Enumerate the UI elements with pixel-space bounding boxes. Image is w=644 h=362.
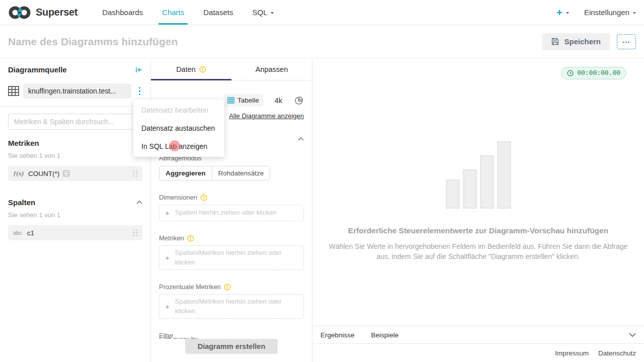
chevron-down-icon bbox=[633, 12, 636, 14]
collapse-query-button[interactable] bbox=[298, 137, 304, 141]
collapse-left-icon bbox=[135, 67, 142, 73]
menu-item-edit-dataset: Datensatz bearbeiten bbox=[133, 101, 224, 119]
page-footer: Impressum Datenschutz bbox=[555, 344, 636, 362]
viz-type-table-label: Tabelle bbox=[237, 97, 259, 104]
nav-charts[interactable]: Charts bbox=[152, 0, 194, 25]
dimensions-label-text: Dimensionen bbox=[159, 194, 197, 201]
calculated-metric-icon bbox=[63, 170, 69, 176]
warning-icon bbox=[199, 66, 206, 73]
settings-menu[interactable]: Einstellungen bbox=[584, 8, 636, 17]
collapse-panel-button[interactable] bbox=[135, 67, 142, 73]
empty-state-title: Erforderliche Steuerelementwerte zur Dia… bbox=[312, 226, 644, 235]
warning-icon bbox=[187, 235, 194, 242]
function-icon: ƒ(x) bbox=[13, 169, 24, 177]
dimensions-dropzone[interactable]: + Spalten hierhin ziehen oder klicken bbox=[159, 205, 304, 221]
create-chart-button[interactable]: Diagramm erstellen bbox=[185, 339, 278, 354]
footer-link-datenschutz[interactable]: Datenschutz bbox=[598, 349, 636, 357]
text-type-icon: abc bbox=[13, 230, 22, 236]
superset-logo-icon bbox=[8, 5, 31, 20]
control-tabs: Daten Anpassen bbox=[151, 58, 312, 80]
tab-samples[interactable]: Beispiele bbox=[371, 331, 399, 339]
save-label: Speichern bbox=[564, 37, 601, 46]
nav-sql[interactable]: SQL bbox=[243, 0, 283, 25]
metrics-section-title: Metriken bbox=[8, 139, 39, 147]
metric-chip[interactable]: ƒ(x) COUNT(*) bbox=[8, 166, 142, 181]
settings-label: Einstellungen bbox=[584, 8, 629, 17]
drag-handle[interactable] bbox=[133, 230, 137, 236]
clock-icon bbox=[567, 70, 574, 76]
footer-link-impressum[interactable]: Impressum bbox=[555, 349, 589, 357]
nav-datasets[interactable]: Datasets bbox=[194, 0, 243, 25]
save-button[interactable]: Speichern bbox=[542, 33, 610, 50]
chevron-down-icon bbox=[629, 333, 636, 337]
dataset-grid-icon bbox=[8, 86, 19, 96]
plus-icon: + bbox=[165, 208, 170, 218]
column-chip[interactable]: abc c1 bbox=[8, 225, 142, 240]
metric-label: COUNT(*) bbox=[28, 170, 59, 177]
collapse-results-button[interactable] bbox=[629, 333, 636, 337]
columns-section-title: Spalten bbox=[8, 198, 35, 207]
nav-sql-label: SQL bbox=[252, 8, 267, 17]
query-timer-badge: 00:00:00.00 bbox=[561, 67, 626, 79]
top-navbar: Superset Dashboards Charts Datasets SQL … bbox=[0, 0, 644, 25]
datasource-panel-title: Diagrammquelle bbox=[8, 65, 67, 74]
metrics-label-text: Metriken bbox=[159, 234, 184, 242]
menu-item-swap-dataset[interactable]: Datensatz austauschen bbox=[133, 119, 224, 137]
tab-customize[interactable]: Anpassen bbox=[231, 58, 312, 80]
plus-icon: + bbox=[165, 252, 170, 263]
results-bar: Ergebnisse Beispiele bbox=[312, 326, 644, 344]
header-actions: Speichern ... bbox=[542, 33, 636, 50]
save-icon bbox=[551, 38, 559, 45]
percent-metrics-dropzone-text: Spalten/Metriken hierhin ziehen oder kli… bbox=[175, 297, 298, 316]
explore-main: Diagrammquelle knuffingen.trainstation.t… bbox=[0, 58, 644, 362]
percent-metrics-dropzone[interactable]: + Spalten/Metriken hierhin ziehen oder k… bbox=[159, 294, 304, 319]
drag-handle[interactable] bbox=[133, 170, 137, 177]
warning-icon bbox=[200, 194, 207, 201]
tab-customize-label: Anpassen bbox=[256, 65, 288, 73]
pie-chart-icon bbox=[294, 96, 304, 106]
chart-preview-panel: 00:00:00.00 Erforderliche Steuerelementw… bbox=[312, 58, 644, 362]
dimensions-label: Dimensionen bbox=[159, 194, 304, 201]
mode-raw-button[interactable]: Rohdatensätze bbox=[212, 166, 270, 180]
dataset-options-button[interactable] bbox=[135, 84, 143, 98]
column-label: c1 bbox=[27, 229, 34, 237]
warning-icon bbox=[224, 284, 231, 291]
search-input[interactable] bbox=[8, 114, 142, 130]
viz-type-pie-button[interactable] bbox=[294, 96, 304, 106]
percent-metrics-label: Prozentuale Metriken bbox=[159, 283, 304, 291]
empty-state-body: Wählen Sie Werte in hervorgehobenen Feld… bbox=[325, 241, 632, 262]
mode-aggregate-button[interactable]: Aggregieren bbox=[159, 166, 212, 180]
viz-type-big-number[interactable]: 4k bbox=[275, 97, 282, 105]
plus-icon: + bbox=[556, 7, 562, 18]
chevron-down-icon bbox=[566, 12, 569, 14]
tab-data[interactable]: Daten bbox=[151, 58, 231, 80]
new-menu-button[interactable]: + bbox=[556, 7, 569, 18]
metrics-dropzone[interactable]: + Spalten/Metriken hierhin ziehen oder k… bbox=[159, 245, 304, 270]
nav-links: Dashboards Charts Datasets SQL bbox=[93, 0, 283, 25]
chevron-up-icon bbox=[136, 201, 142, 204]
dimensions-dropzone-text: Spalten hierhin ziehen oder klicken bbox=[175, 208, 277, 217]
chart-title-input[interactable]: Name des Diagramms hinzufügen bbox=[8, 36, 178, 48]
dataset-options-menu: Datensatz bearbeiten Datensatz austausch… bbox=[133, 100, 224, 157]
chart-header: Name des Diagramms hinzufügen Speichern … bbox=[0, 25, 644, 58]
nav-right: + Einstellungen bbox=[556, 0, 636, 25]
menu-item-view-in-sql-lab[interactable]: In SQL Lab anzeigen bbox=[133, 137, 224, 155]
columns-count-text: Sie sehen 1 von 1 bbox=[8, 211, 142, 219]
tab-results[interactable]: Ergebnisse bbox=[320, 331, 355, 339]
chevron-down-icon bbox=[271, 12, 274, 14]
query-mode-switch: Aggregieren Rohdatensätze bbox=[159, 166, 270, 180]
viz-type-table-chip[interactable]: Tabelle bbox=[223, 94, 263, 107]
datasource-panel: Diagrammquelle knuffingen.trainstation.t… bbox=[0, 58, 151, 362]
brand-name: Superset bbox=[36, 7, 77, 18]
divider bbox=[0, 106, 150, 107]
metrics-count-text: Sie sehen 1 von 1 bbox=[8, 152, 142, 159]
metrics-dropzone-text: Spalten/Metriken hierhin ziehen oder kli… bbox=[175, 248, 298, 267]
superset-logo[interactable]: Superset bbox=[8, 0, 77, 25]
collapse-columns-button[interactable] bbox=[136, 201, 142, 204]
timer-value: 00:00:00.00 bbox=[577, 69, 620, 77]
view-all-charts-link[interactable]: Alle Diagramme anzeigen bbox=[229, 112, 304, 120]
more-options-button[interactable]: ... bbox=[617, 34, 636, 49]
nav-dashboards[interactable]: Dashboards bbox=[93, 0, 152, 25]
metrics-label: Metriken bbox=[159, 234, 304, 242]
dataset-selector[interactable]: knuffingen.trainstation.test... bbox=[23, 83, 131, 99]
